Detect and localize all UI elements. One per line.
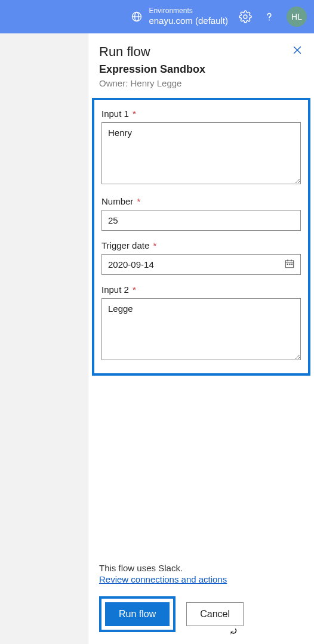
- run-button-highlight: Run flow: [99, 596, 176, 632]
- field-input2: Input 2 *: [101, 284, 301, 363]
- environment-switcher[interactable]: Environments enayu.com (default): [131, 7, 228, 26]
- trigger-date-label: Trigger date: [101, 240, 149, 250]
- environment-label: Environments: [149, 7, 228, 16]
- required-marker: *: [133, 109, 136, 119]
- input-form: Input 1 * Number * Trigger date *: [92, 98, 310, 376]
- gear-icon[interactable]: [239, 10, 252, 23]
- field-number: Number *: [101, 196, 301, 231]
- avatar-initials: HL: [291, 12, 302, 21]
- required-marker: *: [133, 284, 136, 295]
- panel-owner: Owner: Henry Legge: [99, 78, 303, 88]
- input2-label: Input 2: [101, 284, 129, 295]
- review-connections-link[interactable]: Review connections and actions: [99, 574, 227, 584]
- input1-label: Input 1: [101, 109, 129, 119]
- svg-rect-13: [291, 264, 293, 265]
- number-field[interactable]: [101, 210, 301, 231]
- required-marker: *: [153, 240, 157, 250]
- run-flow-panel: Run flow Expression Sandbox Owner: Henry…: [88, 33, 314, 644]
- panel-title: Run flow: [99, 44, 303, 60]
- connections-text: This flow uses Slack.: [99, 563, 303, 573]
- panel-footer: This flow uses Slack. Review connections…: [88, 555, 314, 644]
- svg-point-4: [269, 20, 270, 21]
- run-flow-button[interactable]: Run flow: [105, 602, 170, 626]
- background-gutter: [0, 33, 88, 644]
- svg-point-3: [244, 15, 247, 18]
- input1-field[interactable]: [101, 122, 301, 184]
- environment-name: enayu.com (default): [149, 16, 228, 26]
- svg-rect-12: [289, 264, 290, 265]
- field-trigger-date: Trigger date *: [101, 240, 301, 275]
- help-icon[interactable]: [263, 10, 276, 23]
- top-bar: Environments enayu.com (default) HL: [0, 0, 314, 33]
- calendar-icon[interactable]: [284, 258, 295, 271]
- close-icon[interactable]: [291, 44, 303, 58]
- svg-rect-11: [287, 264, 288, 265]
- required-marker: *: [137, 196, 141, 206]
- environment-icon: [131, 11, 143, 23]
- number-label: Number: [101, 196, 133, 206]
- panel-subtitle: Expression Sandbox: [99, 63, 303, 76]
- avatar[interactable]: HL: [287, 7, 307, 27]
- input2-field[interactable]: [101, 298, 301, 360]
- main-area: Run flow Expression Sandbox Owner: Henry…: [0, 33, 314, 644]
- trigger-date-field[interactable]: [101, 254, 301, 275]
- cancel-button[interactable]: Cancel: [186, 602, 244, 626]
- field-input1: Input 1 *: [101, 109, 301, 187]
